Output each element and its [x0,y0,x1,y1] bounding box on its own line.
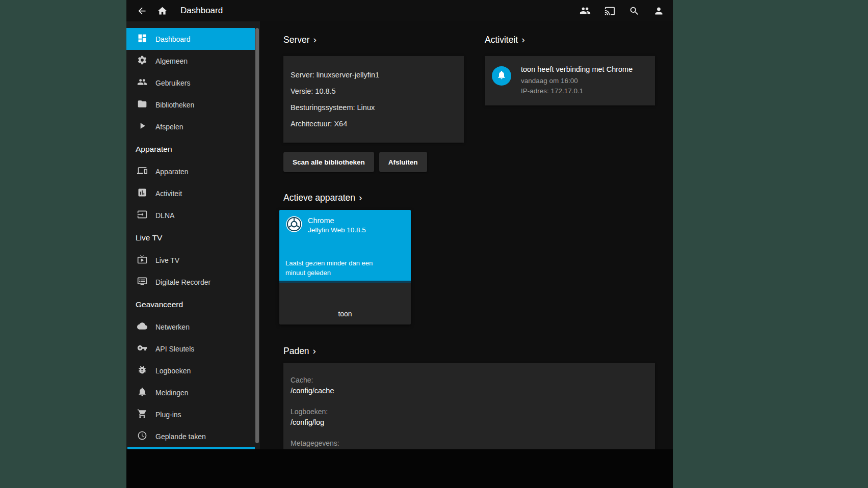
people-icon [580,5,591,16]
activity-card[interactable]: toon heeft verbinding met Chrome vandaag… [485,56,655,105]
activity-section-link[interactable]: Activiteit › [485,34,655,46]
sidebar-item-label: Algemeen [155,57,188,65]
input-icon [137,209,147,221]
path-value: /config/log [291,418,648,426]
sidebar-item-activiteit[interactable]: Activiteit [126,182,255,204]
back-button[interactable] [131,1,152,21]
sidebar-item-digitale-recorder[interactable]: Digitale Recorder [126,271,255,293]
active-devices-title: Actieve apparaten [283,193,355,203]
sidebar-item-afspelen[interactable]: Afspelen [126,116,255,138]
chevron-right-icon: › [313,346,316,356]
server-info-card: Server: linuxserver-jellyfin1 Versie: 10… [283,56,464,143]
server-os-line: Besturingssysteem: Linux [291,99,457,116]
sidebar: Dashboard Algemeen Gebruikers Bibliothek… [126,21,260,449]
syncplay-button[interactable] [575,1,595,21]
sidebar-scrollbar[interactable] [255,28,259,443]
server-actions: Scan alle bibliotheken Afsluiten [283,152,464,172]
activity-item-ip: IP-adres: 172.17.0.1 [521,87,633,95]
live-tv-icon [137,254,147,266]
paths-section-title: Paden [283,346,309,357]
chevron-right-icon: › [359,193,362,202]
key-icon [137,343,147,355]
chevron-right-icon: › [521,35,524,44]
path-label: Logboeken: [291,408,648,416]
sidebar-item-algemeen[interactable]: Algemeen [126,50,255,72]
paths-card: Cache: /config/cache Logboeken: /config/… [283,363,655,449]
sidebar-item-label: Digitale Recorder [155,278,211,286]
notification-badge [492,66,511,86]
dvr-icon [137,276,147,288]
sidebar-item-plug-ins[interactable]: Plug-ins [126,403,255,425]
people-icon [137,77,147,89]
home-button[interactable] [152,1,172,21]
activity-section-title: Activiteit [485,35,518,45]
sidebar-item-label: Geplande taken [155,432,206,441]
sidebar-item-logboeken[interactable]: Logboeken [126,360,255,382]
shutdown-button[interactable]: Afsluiten [379,152,427,172]
person-icon [653,6,664,16]
bug-icon [137,365,147,376]
device-card-header: Chrome Jellyfin Web 10.8.5 Laatst gezien… [279,210,411,283]
cloud-icon [137,321,147,333]
sidebar-section-geavanceerd: Geavanceerd [126,293,260,316]
main-content: Server › Server: linuxserver-jellyfin1 V… [260,21,673,449]
sidebar-item-label: Live TV [155,256,179,264]
path-entry-logs: Logboeken: /config/log [291,408,648,426]
sidebar-section-apparaten: Apparaten [126,138,260,160]
sidebar-item-label: Afspelen [155,123,183,131]
window-bottom-strip [126,449,673,488]
sidebar-section-label: Live TV [136,233,162,242]
sidebar-item-label: Meldingen [155,389,189,397]
device-card[interactable]: Chrome Jellyfin Web 10.8.5 Laatst gezien… [279,210,411,324]
sidebar-section-live-tv: Live TV [126,226,260,249]
device-user: toon [279,310,411,318]
left-column: Server › Server: linuxserver-jellyfin1 V… [283,34,464,324]
activity-item-title: toon heeft verbinding met Chrome [521,65,633,73]
sidebar-item-dlna[interactable]: DLNA [126,204,255,226]
top-bar: Dashboard [126,0,673,21]
server-version-line: Versie: 10.8.5 [291,83,457,99]
topbar-actions [575,1,669,21]
sidebar-item-label: Dashboard [155,35,191,43]
sidebar-item-label: DLNA [155,211,174,220]
sidebar-item-gebruikers[interactable]: Gebruikers [126,72,255,94]
scan-libraries-button[interactable]: Scan alle bibliotheken [283,152,374,172]
sidebar-item-netwerken[interactable]: Netwerken [126,316,255,338]
device-last-seen: Laatst gezien minder dan een minuut gele… [285,258,390,278]
sidebar-item-label: Apparaten [155,168,189,176]
sidebar-item-bibliotheken[interactable]: Bibliotheken [126,94,255,116]
bell-icon [137,387,147,398]
folder-icon [137,99,147,111]
sidebar-item-live-tv[interactable]: Live TV [126,249,255,271]
path-label: Cache: [291,376,648,384]
sidebar-item-api-sleutels[interactable]: API Sleutels [126,338,255,360]
home-icon [157,6,168,16]
bar-chart-icon [137,187,147,199]
chrome-icon [285,215,303,235]
server-name-line: Server: linuxserver-jellyfin1 [291,67,457,83]
server-section-link[interactable]: Server › [283,34,464,46]
sidebar-item-dashboard[interactable]: Dashboard [126,28,255,50]
sidebar-item-label: Netwerken [155,323,190,331]
user-menu-button[interactable] [648,1,669,21]
sidebar-item-geplande-taken[interactable]: Geplande taken [126,425,255,447]
server-arch-line: Architectuur: X64 [291,116,457,132]
paths-section-link[interactable]: Paden › [283,345,655,357]
path-value: /config/cache [291,387,648,395]
sidebar-item-label: Plug-ins [155,411,181,419]
path-label: Metagegevens: [291,439,648,447]
path-entry-cache: Cache: /config/cache [291,376,648,395]
sidebar-section-label: Apparaten [136,145,172,154]
app-layout: Dashboard Algemeen Gebruikers Bibliothek… [126,21,673,449]
clock-icon [137,430,147,442]
chevron-right-icon: › [313,35,317,44]
activity-item-time: vandaag om 16:00 [521,77,633,85]
server-section-title: Server [283,35,310,45]
devices-icon [137,166,147,177]
cast-button[interactable] [599,1,620,21]
sidebar-item-meldingen[interactable]: Meldingen [126,382,255,403]
active-devices-section-link[interactable]: Actieve apparaten › [283,192,464,204]
sidebar-item-apparaten[interactable]: Apparaten [126,160,255,182]
device-app-version: Jellyfin Web 10.8.5 [308,226,366,234]
search-button[interactable] [624,1,644,21]
